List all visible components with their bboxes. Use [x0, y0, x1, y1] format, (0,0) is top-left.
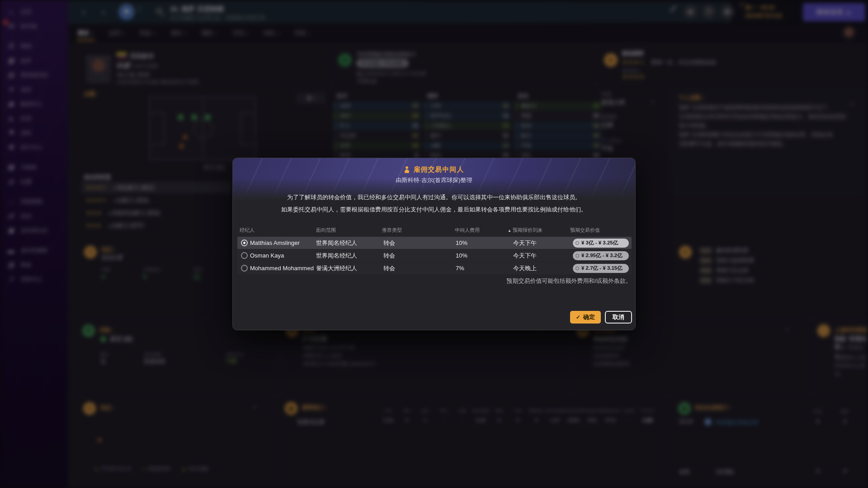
intermediary-row[interactable]: Matthias Amslinger 世界闻名经纪人 转会 10% 今天下午 ¥… [237, 237, 632, 249]
col-header-scope[interactable]: 面向范围 [316, 227, 336, 234]
expected-value-pill[interactable]: ¥ 3亿 - ¥ 3.25亿 [573, 239, 629, 248]
expected-value-pill[interactable]: ¥ 2.7亿 - ¥ 3.15亿 [573, 264, 629, 273]
agent-person-icon [404, 166, 410, 174]
agent-scope: 世界闻名经纪人 [316, 249, 357, 262]
col-header-type[interactable]: 推荐类型 [382, 227, 402, 234]
dialog-paragraph-1: 为了了解球员的转会价值，我已经和多位交易中间人有过沟通。你可以选择其中一位来协助… [233, 193, 635, 202]
expected-value-pill[interactable]: ¥ 2.95亿 - ¥ 3.2亿 [573, 251, 629, 260]
pill-dot-icon [576, 241, 579, 245]
agent-type: 转会 [383, 249, 395, 262]
col-header-arrival[interactable]: ▲预期报价到来 [508, 227, 542, 234]
agent-name: Matthias Amslinger [250, 237, 300, 249]
dialog-title: 雇佣交易中间人 [414, 165, 464, 174]
intermediary-row[interactable]: Mohammed Mohammed 誉满大洲经纪人 转会 7% 今天晚上 ¥ 2… [237, 262, 632, 274]
cancel-button[interactable]: 取消 [605, 311, 632, 324]
pill-dot-icon [576, 254, 579, 258]
col-header-fee[interactable]: 中间人费用 [455, 227, 480, 234]
col-header-value[interactable]: 预期交易价值 [570, 227, 600, 234]
radio-button[interactable] [241, 239, 248, 246]
agent-fee: 10% [456, 237, 467, 249]
agent-arrival: 今天下午 [513, 249, 537, 262]
agent-name: Mohammed Mohammed [250, 262, 314, 274]
agent-type: 转会 [383, 237, 395, 249]
check-icon [576, 314, 580, 320]
radio-button[interactable] [241, 252, 248, 259]
agent-name: Osman Kaya [250, 249, 284, 262]
hire-intermediary-dialog: 雇佣交易中间人 由斯科特·吉尔(首席球探)整理 为了了解球员的转会价值，我已经和… [232, 158, 636, 330]
agent-fee: 7% [456, 262, 464, 274]
dialog-footnote: 预期交易价值可能包括额外费用和/或额外条款。 [237, 277, 632, 285]
intermediary-row[interactable]: Osman Kaya 世界闻名经纪人 转会 10% 今天下午 ¥ 2.95亿 -… [237, 249, 632, 262]
dialog-subtitle: 由斯科特·吉尔(首席球探)整理 [233, 176, 635, 184]
dialog-paragraph-2: 如果委托交易中间人，需要根据租借费用按百分比支付中间人佣金，最后如果转会各项费用… [233, 206, 635, 214]
sort-ascending-icon: ▲ [508, 229, 511, 233]
agent-arrival: 今天下午 [513, 237, 537, 249]
fm-window: ⌂ 主页 ✉1 收件箱 ☰ 阵容 ▦ 战术 ▤ 阵容规划员 ✦ 动态 [0, 0, 868, 488]
agent-type: 转会 [383, 262, 395, 274]
agent-fee: 10% [456, 249, 467, 262]
pill-dot-icon [576, 267, 579, 270]
confirm-button[interactable]: 确定 [570, 311, 601, 324]
agent-scope: 世界闻名经纪人 [316, 237, 357, 249]
agent-scope: 誉满大洲经纪人 [316, 262, 357, 274]
agent-arrival: 今天晚上 [513, 262, 537, 274]
radio-button[interactable] [241, 265, 248, 272]
col-header-agent[interactable]: 经纪人 [240, 227, 255, 234]
